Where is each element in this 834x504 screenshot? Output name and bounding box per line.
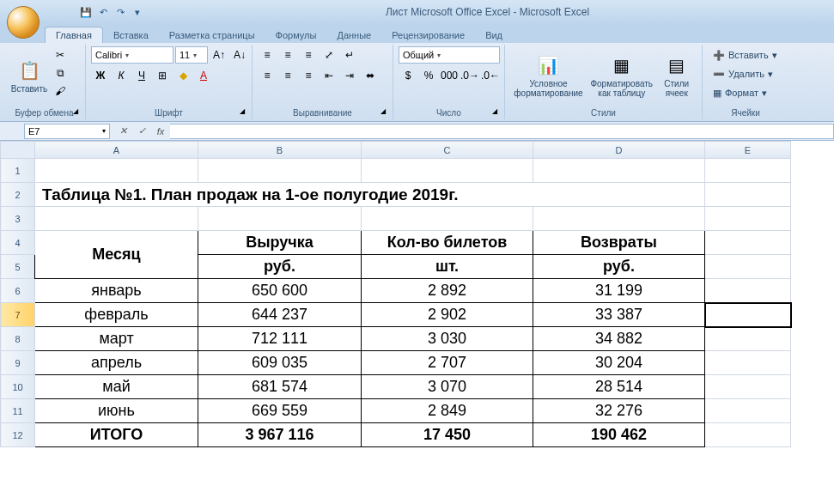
cell-C9[interactable]: 2 707 xyxy=(362,351,533,375)
decrease-indent-icon[interactable]: ⇤ xyxy=(320,67,338,84)
cell-B10[interactable]: 681 574 xyxy=(198,375,362,399)
col-header-E[interactable]: E xyxy=(705,142,791,159)
orientation-icon[interactable]: ⤢ xyxy=(320,46,338,64)
enter-icon[interactable]: ✓ xyxy=(132,124,151,139)
cell-B9[interactable]: 609 035 xyxy=(198,351,362,375)
comma-icon[interactable]: 000 xyxy=(440,67,459,84)
cell-B5[interactable]: руб. xyxy=(198,255,362,279)
font-launcher[interactable]: ◢ xyxy=(240,107,250,118)
cell-E5[interactable] xyxy=(705,255,791,279)
cell-E10[interactable] xyxy=(705,375,791,399)
cell-E2[interactable] xyxy=(705,183,791,207)
increase-indent-icon[interactable]: ⇥ xyxy=(340,67,359,84)
tab-formulas[interactable]: Формулы xyxy=(265,27,327,43)
cell-C4[interactable]: Кол-во билетов xyxy=(362,231,533,255)
cell-B7[interactable]: 644 237 xyxy=(198,303,362,327)
col-header-A[interactable]: A xyxy=(35,142,198,159)
number-launcher[interactable]: ◢ xyxy=(492,107,502,118)
cell-D8[interactable]: 34 882 xyxy=(533,327,705,351)
cell-A1[interactable] xyxy=(35,159,198,183)
cell-C12[interactable]: 17 450 xyxy=(362,423,533,447)
row-header-9[interactable]: 9 xyxy=(1,351,35,375)
copy-icon[interactable]: ⧉ xyxy=(52,64,69,82)
row-header-8[interactable]: 8 xyxy=(1,327,35,351)
align-left-icon[interactable]: ≡ xyxy=(258,67,277,84)
worksheet-grid[interactable]: ABCDE12Таблица №1. План продаж на 1-ое п… xyxy=(0,141,834,504)
fill-color-button[interactable]: ◆ xyxy=(173,67,192,84)
undo-icon[interactable]: ↶ xyxy=(96,5,110,19)
formula-input[interactable] xyxy=(170,124,834,139)
increase-decimal-icon[interactable]: .0→ xyxy=(460,67,479,84)
cell-A8[interactable]: март xyxy=(35,327,198,351)
paste-button[interactable]: 📋 Вставить xyxy=(9,46,50,103)
cell-E8[interactable] xyxy=(705,327,791,351)
cell-A11[interactable]: июнь xyxy=(35,399,198,423)
cell-D7[interactable]: 33 387 xyxy=(533,303,705,327)
col-header-D[interactable]: D xyxy=(533,142,705,159)
cell-C10[interactable]: 3 070 xyxy=(362,375,533,399)
align-center-icon[interactable]: ≡ xyxy=(278,67,297,84)
cell-E9[interactable] xyxy=(705,351,791,375)
tab-review[interactable]: Рецензирование xyxy=(381,27,475,43)
cell-styles-button[interactable]: ▤ Стили ячеек xyxy=(656,46,697,103)
cell-A12[interactable]: ИТОГО xyxy=(35,423,198,447)
fx-icon[interactable]: fx xyxy=(151,124,170,139)
currency-icon[interactable]: $ xyxy=(399,67,417,84)
cell-D11[interactable]: 32 276 xyxy=(533,399,705,423)
cell-A2[interactable]: Таблица №1. План продаж на 1-ое полугоди… xyxy=(35,183,705,207)
cell-B11[interactable]: 669 559 xyxy=(198,399,362,423)
row-header-2[interactable]: 2 xyxy=(1,183,35,207)
cancel-icon[interactable]: ✕ xyxy=(113,124,132,139)
redo-icon[interactable]: ↷ xyxy=(113,5,127,19)
tab-insert[interactable]: Вставка xyxy=(103,27,159,43)
cell-A6[interactable]: январь xyxy=(35,279,198,303)
cell-D12[interactable]: 190 462 xyxy=(533,423,705,447)
format-painter-icon[interactable]: 🖌 xyxy=(52,82,69,100)
save-icon[interactable]: 💾 xyxy=(79,5,93,19)
cell-D4[interactable]: Возвраты xyxy=(533,231,705,255)
cell-A3[interactable] xyxy=(35,207,198,231)
office-button[interactable] xyxy=(7,6,40,39)
cell-C6[interactable]: 2 892 xyxy=(362,279,533,303)
row-header-11[interactable]: 11 xyxy=(1,399,35,423)
font-color-button[interactable]: A xyxy=(194,67,213,84)
tab-page-layout[interactable]: Разметка страницы xyxy=(159,27,265,43)
name-box[interactable]: E7▾ xyxy=(24,124,110,139)
row-header-7[interactable]: 7 xyxy=(1,303,35,327)
row-header-12[interactable]: 12 xyxy=(1,423,35,447)
cell-E3[interactable] xyxy=(705,207,791,231)
underline-button[interactable]: Ч xyxy=(132,67,151,84)
cell-E4[interactable] xyxy=(705,231,791,255)
border-button[interactable]: ⊞ xyxy=(153,67,172,84)
qat-custom-icon[interactable]: ▾ xyxy=(131,5,144,19)
cell-E7[interactable] xyxy=(705,303,791,327)
percent-icon[interactable]: % xyxy=(419,67,438,84)
alignment-launcher[interactable]: ◢ xyxy=(380,107,391,118)
cell-C11[interactable]: 2 849 xyxy=(362,399,533,423)
cell-C8[interactable]: 3 030 xyxy=(362,327,533,351)
cut-icon[interactable]: ✂ xyxy=(52,46,69,64)
cell-D5[interactable]: руб. xyxy=(533,255,705,279)
row-header-5[interactable]: 5 xyxy=(1,255,35,279)
cell-B8[interactable]: 712 111 xyxy=(198,327,362,351)
tab-home[interactable]: Главная xyxy=(45,27,103,43)
cell-B12[interactable]: 3 967 116 xyxy=(198,423,362,447)
row-header-6[interactable]: 6 xyxy=(1,279,35,303)
format-cells-button[interactable]: ▦Формат▾ xyxy=(708,84,772,101)
cell-E1[interactable] xyxy=(705,159,791,183)
number-format-combo[interactable]: Общий▾ xyxy=(399,46,500,64)
align-top-icon[interactable]: ≡ xyxy=(258,46,277,64)
bold-button[interactable]: Ж xyxy=(91,67,110,84)
conditional-formatting-button[interactable]: 📊 Условное форматирование xyxy=(510,46,587,103)
tab-view[interactable]: Вид xyxy=(475,27,513,43)
tab-data[interactable]: Данные xyxy=(326,27,381,43)
align-middle-icon[interactable]: ≡ xyxy=(278,46,297,64)
cell-D9[interactable]: 30 204 xyxy=(533,351,705,375)
cell-C5[interactable]: шт. xyxy=(362,255,533,279)
cell-B1[interactable] xyxy=(198,159,362,183)
wrap-text-icon[interactable]: ↵ xyxy=(340,46,359,64)
cell-C3[interactable] xyxy=(362,207,533,231)
col-header-C[interactable]: C xyxy=(362,142,533,159)
italic-button[interactable]: К xyxy=(112,67,131,84)
cell-D6[interactable]: 31 199 xyxy=(533,279,705,303)
